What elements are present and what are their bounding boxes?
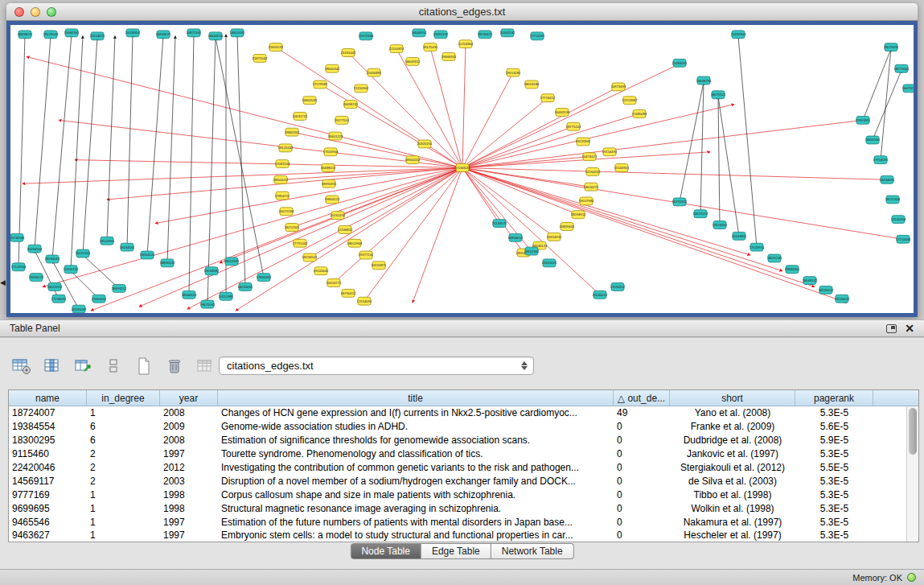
table-cell[interactable]: 2008	[160, 407, 218, 418]
network-node[interactable]: 16802031	[302, 97, 318, 105]
network-node[interactable]: 18234091	[45, 255, 60, 263]
table-cell[interactable]: 5.9E-5	[795, 435, 873, 446]
network-graph[interactable]: 1724062121331442186003421757908116802031…	[10, 25, 914, 313]
network-edge[interactable]	[334, 168, 462, 283]
network-node[interactable]: 18594912	[571, 211, 586, 219]
network-node[interactable]: 17716412	[540, 94, 556, 102]
network-edge[interactable]	[462, 44, 466, 168]
network-node[interactable]: 18775103	[566, 122, 581, 130]
network-edge[interactable]	[873, 70, 901, 140]
network-node[interactable]: 19245022	[835, 295, 850, 303]
table-row[interactable]: 969969511998Structural magnetic resonanc…	[9, 501, 906, 515]
network-node[interactable]: 19356121	[29, 274, 44, 282]
network-node[interactable]: 18245012	[819, 286, 834, 294]
network-node[interactable]: 19672041	[200, 300, 216, 308]
table-cell[interactable]: 5.3E-5	[795, 407, 873, 418]
network-node[interactable]: 16609312	[405, 57, 421, 65]
table-row[interactable]: 1938455462009Genome-wide association stu…	[9, 420, 906, 434]
column-header-year[interactable]: year	[160, 390, 218, 406]
table-cell[interactable]: Estimation of the future numbers of pati…	[218, 517, 614, 528]
delete-table-icon[interactable]	[164, 356, 185, 376]
table-cell[interactable]: 14569117	[9, 476, 87, 487]
table-cell[interactable]: 2	[87, 448, 160, 459]
network-node[interactable]: 20112481	[219, 292, 234, 300]
network-node[interactable]: 18890231	[160, 259, 175, 267]
network-node[interactable]: 19228301	[125, 29, 141, 37]
network-node[interactable]: 19220841	[576, 138, 591, 146]
network-node[interactable]: 19277501	[335, 116, 350, 124]
network-node[interactable]: 19861301	[285, 128, 300, 136]
table-cell[interactable]: Investigating the contribution of common…	[218, 462, 614, 473]
merge-rows-icon[interactable]	[103, 356, 124, 376]
network-node[interactable]: 20550871	[372, 262, 387, 270]
table-cell[interactable]: Franke et al. (2009)	[670, 421, 795, 432]
network-node[interactable]: 18221304	[885, 196, 901, 204]
table-row[interactable]: 977716911998Corpus callosum shape and si…	[9, 488, 906, 501]
table-cell[interactable]: 1	[87, 407, 160, 418]
network-edge[interactable]	[107, 36, 115, 241]
network-node[interactable]: 17520914	[749, 243, 765, 251]
network-edge[interactable]	[863, 49, 891, 121]
network-node[interactable]: 20245012	[593, 290, 608, 299]
network-node[interactable]: 18122432	[278, 144, 294, 152]
network-node[interactable]: 11544901	[614, 164, 630, 172]
network-node[interactable]: 16750412	[341, 289, 356, 297]
network-edge[interactable]	[462, 120, 863, 167]
table-cell[interactable]: Tibbo et al. (1998)	[670, 489, 795, 501]
table-cell[interactable]: 18300295	[9, 435, 87, 446]
table-cell[interactable]: 0	[614, 421, 670, 432]
network-edge[interactable]	[462, 72, 513, 167]
network-node[interactable]: 18560923	[182, 290, 197, 299]
table-row[interactable]: 1872400712008Changes of HCN gene express…	[9, 406, 906, 420]
network-node[interactable]: 18612903	[347, 239, 363, 247]
network-node[interactable]: 16834012	[508, 233, 524, 241]
table-cell[interactable]: 5.3E-5	[795, 529, 873, 541]
table-cell[interactable]: Nakamura et al. (1997)	[670, 517, 795, 528]
network-edge[interactable]	[155, 168, 462, 224]
table-row[interactable]: 1456911722003Disruption of a novel membe…	[9, 474, 906, 488]
table-cell[interactable]: Estimation of significance thresholds fo…	[218, 435, 614, 446]
network-node[interactable]: 19130944	[10, 233, 25, 241]
table-cell[interactable]: 0	[614, 435, 670, 446]
table-cell[interactable]: 18724007	[9, 407, 87, 418]
network-node[interactable]: 18401223	[328, 132, 343, 140]
network-node[interactable]: 18990331	[322, 179, 337, 187]
table-cell[interactable]: Embryonic stem cells: a model to study s…	[218, 529, 614, 541]
network-node[interactable]: 21150902	[354, 84, 369, 93]
table-cell[interactable]: 6	[87, 435, 160, 446]
network-edge[interactable]	[167, 36, 175, 263]
network-node[interactable]: 19554301	[713, 221, 728, 229]
network-edge[interactable]	[462, 168, 554, 237]
network-node[interactable]: 19377141	[359, 251, 374, 259]
table-cell[interactable]: 2012	[160, 462, 218, 473]
network-node[interactable]: 15972304	[359, 32, 374, 40]
network-canvas[interactable]: 1724062121331442186003421757908116802031…	[6, 21, 918, 317]
table-cell[interactable]: 1998	[160, 503, 218, 514]
table-cell[interactable]: Changes of HCN gene expression and I(f) …	[218, 407, 614, 418]
table-row[interactable]: 946554611997Estimation of the future num…	[9, 515, 906, 529]
network-node[interactable]: 20634072	[18, 31, 33, 39]
network-node[interactable]: 10973493	[611, 83, 626, 91]
network-edge[interactable]	[276, 47, 462, 168]
network-edge[interactable]	[413, 168, 462, 303]
table-row[interactable]: 911546021997Tourette syndrome. Phenomeno…	[9, 447, 906, 461]
table-cell[interactable]: 0	[614, 529, 670, 541]
network-node[interactable]: 18234501	[302, 253, 318, 262]
table-cell[interactable]: Dudbridge et al. (2008)	[670, 435, 795, 446]
table-cell[interactable]: 2009	[160, 421, 218, 432]
network-edge[interactable]	[718, 97, 720, 225]
network-node[interactable]: 19884301	[785, 266, 800, 274]
network-window-titlebar[interactable]: citations_edges.txt	[6, 3, 918, 21]
network-node[interactable]: 17320904	[323, 148, 339, 156]
network-node[interactable]: 17712091	[530, 32, 545, 40]
table-cell[interactable]: 19384554	[9, 421, 87, 432]
table-cell[interactable]: 22420046	[9, 462, 87, 473]
network-edge[interactable]	[718, 97, 739, 237]
network-edge[interactable]	[700, 82, 704, 214]
new-file-icon[interactable]	[133, 356, 154, 376]
network-node[interactable]: 17240621	[455, 164, 470, 172]
table-row[interactable]: 2242004622012Investigating the contribut…	[9, 461, 906, 475]
table-cell[interactable]: 5.3E-5	[795, 489, 873, 501]
network-node[interactable]: 16235091	[238, 283, 253, 291]
table-cell[interactable]: 1997	[160, 529, 218, 541]
